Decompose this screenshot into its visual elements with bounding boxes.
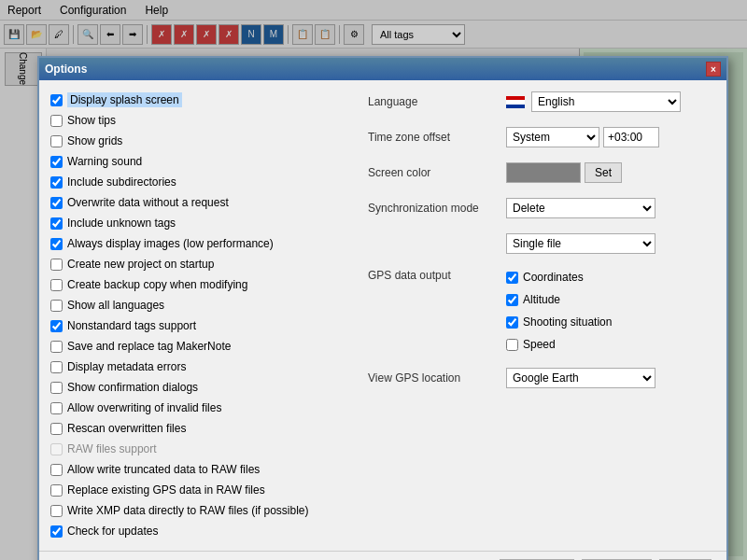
checkbox-label-check-updates: Check for updates (67, 525, 158, 538)
checkbox-row-create-new-project: Create new project on startup (50, 256, 349, 273)
gps-checkbox-row-shooting: Shooting situation (506, 314, 612, 330)
gps-checkboxes-section: Coordinates Altitude Shooting situation (506, 269, 612, 353)
checkbox-label-create-new-project: Create new project on startup (67, 258, 214, 271)
timezone-setting: Time zone offset System (368, 127, 715, 147)
checkbox-row-replace-gps-raw: Replace existing GPS data in RAW files (50, 482, 349, 498)
checkbox-row-include-subdirs: Include subdirectories (50, 174, 349, 190)
gps-checkbox-speed[interactable] (506, 339, 518, 351)
checkbox-show-tips[interactable] (50, 115, 63, 127)
sync-mode-select[interactable]: Delete (506, 198, 655, 218)
checkbox-row-rescan-overwritten: Rescan overwritten files (50, 420, 349, 437)
checkbox-display-metadata-errors[interactable] (50, 361, 63, 373)
language-label: Language (368, 95, 499, 108)
checkbox-label-replace-gps-raw: Replace existing GPS data in RAW files (67, 483, 265, 497)
gps-checkbox-row-coordinates: Coordinates (506, 269, 612, 286)
checkbox-label-nonstandard-tags: Nonstandard tags support (67, 319, 196, 332)
checkbox-label-display-splash: Display splash screen (67, 92, 182, 107)
gps-label-altitude: Altitude (523, 293, 560, 306)
sync-mode-setting: Synchronization mode Delete (368, 198, 715, 218)
dialog-titlebar: Options × (39, 58, 726, 80)
checkbox-show-grids[interactable] (50, 135, 63, 147)
gps-location-select[interactable]: Google Earth (506, 368, 655, 388)
screen-color-controls: Set (506, 162, 715, 183)
checkbox-row-confirmation-dialogs: Show confirmation dialogs (50, 379, 349, 396)
gps-label-shooting: Shooting situation (523, 315, 612, 329)
checkbox-label-include-unknown-tags: Include unknown tags (67, 217, 176, 230)
checkbox-row-warning-sound: Warning sound (50, 153, 349, 170)
screen-color-swatch[interactable] (506, 162, 581, 183)
checkbox-allow-write-truncated[interactable] (50, 464, 63, 476)
checkbox-row-show-grids: Show grids (50, 133, 349, 149)
checkbox-label-warning-sound: Warning sound (67, 155, 142, 168)
gps-checkbox-altitude[interactable] (506, 294, 518, 306)
checkbox-replace-gps-raw[interactable] (50, 484, 63, 497)
checkbox-row-overwrite-data: Overwrite data without a request (50, 194, 349, 211)
timezone-label: Time zone offset (368, 131, 499, 144)
checkbox-save-replace-maker[interactable] (50, 341, 63, 353)
checkbox-create-new-project[interactable] (50, 259, 63, 271)
checkbox-warning-sound[interactable] (50, 156, 63, 168)
checkbox-label-display-metadata-errors: Display metadata errors (67, 360, 186, 373)
language-setting: Language English (368, 91, 715, 112)
checkbox-label-allow-write-truncated: Allow write truncated data to RAW files (67, 463, 260, 476)
checkbox-row-allow-overwriting-invalid: Allow overwriting of invalid files (50, 399, 349, 416)
file-mode-controls: Single file (506, 233, 715, 254)
checkbox-allow-overwriting-invalid[interactable] (50, 402, 63, 414)
checkbox-label-rescan-overwritten: Rescan overwritten files (67, 422, 186, 435)
checkbox-include-unknown-tags[interactable] (50, 217, 63, 230)
checkbox-show-all-langs[interactable] (50, 300, 63, 312)
options-dialog: Options × Display splash screen Show tip… (37, 56, 728, 560)
file-mode-select[interactable]: Single file (506, 233, 655, 254)
checkbox-label-show-grids: Show grids (67, 134, 122, 147)
file-mode-setting: Single file (368, 233, 715, 254)
dialog-close-button[interactable]: × (706, 62, 721, 77)
gps-label: GPS data output (368, 269, 499, 282)
dialog-title: Options (45, 63, 87, 76)
gps-label-coordinates: Coordinates (523, 271, 584, 284)
checkbox-row-save-replace-maker: Save and replace tag MakerNote (50, 338, 349, 355)
checkbox-label-allow-overwriting-invalid: Allow overwriting of invalid files (67, 401, 221, 414)
timezone-select[interactable]: System (506, 127, 599, 147)
checkbox-check-updates[interactable] (50, 525, 63, 538)
checkbox-display-splash[interactable] (50, 94, 63, 106)
language-select[interactable]: English (531, 91, 681, 112)
flag-icon (506, 96, 525, 108)
set-color-button[interactable]: Set (585, 162, 622, 183)
checkbox-row-display-metadata-errors: Display metadata errors (50, 358, 349, 375)
checkbox-write-xmp-raw[interactable] (50, 505, 63, 517)
dialog-body: Display splash screen Show tips Show gri… (39, 80, 726, 551)
checkbox-confirmation-dialogs[interactable] (50, 382, 63, 394)
checkbox-label-show-all-langs: Show all languages (67, 299, 164, 312)
timezone-offset-input[interactable] (603, 127, 659, 147)
checkbox-include-subdirs[interactable] (50, 176, 63, 189)
checkbox-overwrite-data[interactable] (50, 197, 63, 209)
checkbox-always-display-images[interactable] (50, 238, 63, 250)
checkbox-row-show-all-langs: Show all languages (50, 297, 349, 314)
gps-checkbox-coordinates[interactable] (506, 272, 518, 284)
checkbox-label-write-xmp-raw: Write XMP data directly to RAW files (if… (67, 504, 309, 517)
checkbox-row-display-splash: Display splash screen (50, 91, 349, 108)
settings-column: Language English Time zone offset System (368, 91, 715, 539)
checkbox-row-check-updates: Check for updates (50, 523, 349, 539)
checkbox-label-save-replace-maker: Save and replace tag MakerNote (67, 340, 231, 353)
gps-checkbox-row-altitude: Altitude (506, 291, 612, 308)
checkbox-label-overwrite-data: Overwrite data without a request (67, 196, 229, 209)
checkbox-label-include-subdirs: Include subdirectories (67, 175, 176, 189)
checkbox-row-always-display-images: Always display images (low performance) (50, 235, 349, 252)
checkbox-row-write-xmp-raw: Write XMP data directly to RAW files (if… (50, 502, 349, 519)
checkbox-nonstandard-tags[interactable] (50, 320, 63, 332)
gps-label-speed: Speed (523, 338, 556, 351)
checkbox-label-create-backup: Create backup copy when modifying (67, 278, 247, 291)
checkboxes-column: Display splash screen Show tips Show gri… (50, 91, 349, 539)
checkbox-create-backup[interactable] (50, 279, 63, 291)
gps-checkbox-row-speed: Speed (506, 336, 612, 353)
checkbox-row-allow-write-truncated: Allow write truncated data to RAW files (50, 461, 349, 478)
checkbox-rescan-overwritten[interactable] (50, 423, 63, 435)
checkbox-label-always-display-images: Always display images (low performance) (67, 237, 274, 250)
gps-checkbox-shooting[interactable] (506, 316, 518, 329)
dialog-footer: Restore default options Restore Cancel O… (39, 551, 726, 560)
checkbox-row-include-unknown-tags: Include unknown tags (50, 215, 349, 231)
checkbox-row-create-backup: Create backup copy when modifying (50, 276, 349, 293)
gps-setting: GPS data output Coordinates Altitude (368, 269, 715, 353)
language-controls: English (506, 91, 715, 112)
